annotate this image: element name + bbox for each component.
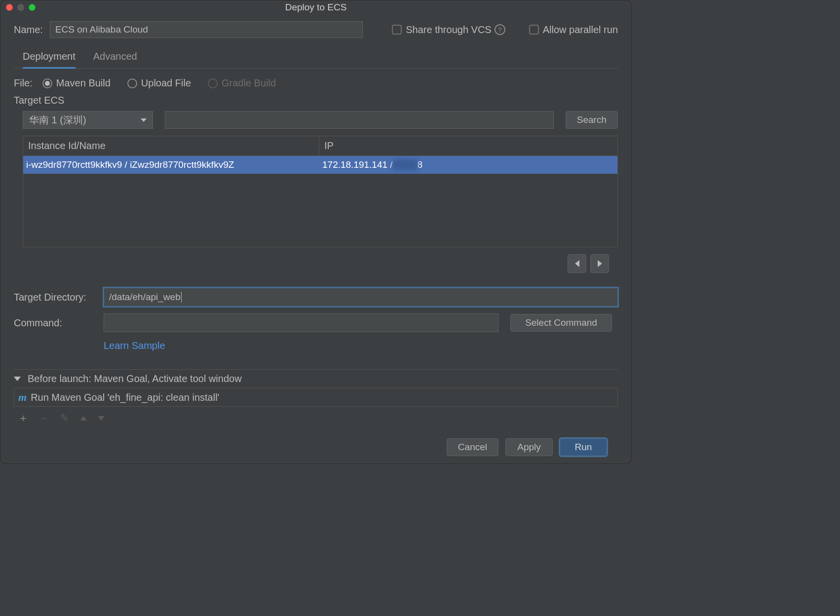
dialog-content: Name: Share through VCS ? Allow parallel… [0, 14, 632, 464]
expand-icon [14, 377, 21, 381]
target-dir-label: Target Directory: [14, 292, 104, 303]
target-dir-row: Target Directory: /data/eh/api_web [14, 288, 618, 307]
name-row: Name: Share through VCS ? Allow parallel… [14, 21, 618, 38]
radio-icon [208, 78, 218, 88]
col-instance: Instance Id/Name [23, 136, 319, 155]
run-button[interactable]: Run [560, 438, 607, 456]
search-button[interactable]: Search [566, 111, 618, 129]
name-input[interactable] [50, 21, 363, 38]
before-launch-item-label: Run Maven Goal 'eh_fine_api: clean insta… [31, 392, 219, 403]
arrow-right-icon [598, 260, 602, 267]
edit-task-button[interactable]: ✎ [59, 412, 69, 424]
checkbox-icon [529, 25, 539, 35]
cell-ip: 172.18.191.141 / ■■■■ 8 [319, 159, 617, 170]
ip-prefix: 172.18.191.141 / [322, 159, 393, 170]
dialog-footer: Cancel Apply Run [14, 425, 618, 456]
allow-parallel-label: Allow parallel run [543, 24, 618, 36]
table-nav [14, 254, 609, 273]
zoom-window-icon[interactable] [29, 4, 36, 11]
tab-bar: Deployment Advanced [14, 51, 618, 69]
target-dir-input[interactable]: /data/eh/api_web [104, 288, 618, 307]
titlebar: Deploy to ECS [0, 0, 632, 14]
ip-suffix: 8 [418, 159, 423, 170]
window-title: Deploy to ECS [0, 2, 632, 13]
cell-instance: i-wz9dr8770rctt9kkfkv9 / iZwz9dr8770rctt… [23, 159, 319, 170]
learn-sample-link[interactable]: Learn Sample [104, 340, 618, 351]
next-button[interactable] [590, 254, 609, 273]
add-task-button[interactable]: ＋ [18, 411, 28, 425]
tab-deployment[interactable]: Deployment [23, 51, 76, 69]
help-icon[interactable]: ? [495, 24, 505, 35]
tab-advanced[interactable]: Advanced [93, 51, 137, 68]
command-row: Command: Select Command [14, 313, 618, 332]
region-select[interactable]: 华南 1 (深圳) [23, 111, 153, 129]
name-label: Name: [14, 24, 43, 36]
before-launch-header[interactable]: Before launch: Maven Goal, Activate tool… [14, 369, 618, 388]
file-row: File: Maven Build Upload File Gradle Bui… [14, 77, 618, 89]
instance-table: Instance Id/Name IP i-wz9dr8770rctt9kkfk… [23, 136, 618, 247]
command-label: Command: [14, 317, 104, 329]
radio-upload-file[interactable]: Upload File [127, 77, 191, 89]
maven-icon: m [18, 391, 27, 404]
dialog-window: Deploy to ECS Name: Share through VCS ? … [0, 0, 632, 464]
ecs-search-input[interactable] [165, 111, 554, 129]
move-up-button[interactable] [80, 416, 87, 421]
cancel-button[interactable]: Cancel [447, 438, 498, 456]
select-command-button[interactable]: Select Command [510, 314, 612, 332]
close-window-icon[interactable] [6, 4, 13, 11]
before-launch-item[interactable]: m Run Maven Goal 'eh_fine_api: clean ins… [14, 388, 618, 407]
before-launch-toolbar: ＋ － ✎ [14, 407, 618, 425]
region-row: 华南 1 (深圳) Search [14, 111, 618, 129]
command-input[interactable] [104, 313, 498, 332]
prev-button[interactable] [568, 254, 586, 273]
region-selected: 华南 1 (深圳) [29, 114, 86, 127]
apply-button[interactable]: Apply [505, 438, 553, 456]
minimize-window-icon[interactable] [17, 4, 24, 11]
table-header: Instance Id/Name IP [23, 136, 617, 156]
target-dir-value: /data/eh/api_web [109, 292, 181, 303]
before-launch-title: Before launch: Maven Goal, Activate tool… [28, 373, 242, 385]
share-vcs-label: Share through VCS [406, 24, 491, 36]
target-ecs-label: Target ECS [14, 95, 618, 106]
remove-task-button[interactable]: － [38, 411, 48, 425]
move-down-button[interactable] [98, 416, 105, 421]
text-caret-icon [181, 292, 182, 303]
arrow-left-icon [575, 260, 579, 267]
checkbox-icon [392, 25, 402, 35]
radio-maven-build[interactable]: Maven Build [42, 77, 111, 89]
allow-parallel-checkbox[interactable]: Allow parallel run [529, 24, 618, 36]
radio-upload-label: Upload File [141, 77, 191, 89]
file-label: File: [14, 77, 33, 89]
col-ip: IP [319, 136, 617, 155]
radio-gradle-label: Gradle Build [222, 77, 276, 89]
ip-redacted: ■■■■ [393, 159, 418, 170]
radio-icon [42, 78, 52, 88]
radio-icon [127, 78, 137, 88]
radio-gradle-build: Gradle Build [208, 77, 276, 89]
chevron-down-icon [141, 118, 147, 122]
table-row[interactable]: i-wz9dr8770rctt9kkfkv9 / iZwz9dr8770rctt… [23, 156, 617, 174]
share-vcs-checkbox[interactable]: Share through VCS ? [392, 24, 505, 36]
radio-maven-label: Maven Build [56, 77, 111, 89]
window-controls [6, 4, 36, 11]
